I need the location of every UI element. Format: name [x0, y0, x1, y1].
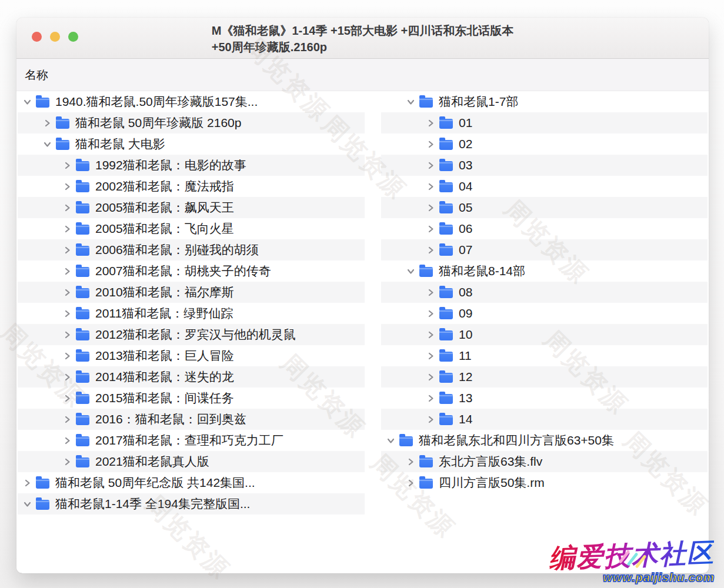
- folder-icon: [439, 182, 453, 192]
- chevron-right-icon[interactable]: [62, 182, 72, 191]
- row-label: 13: [459, 387, 472, 409]
- row-label: 猫和老鼠1-7部: [439, 91, 518, 112]
- chevron-down-icon[interactable]: [42, 139, 52, 149]
- tree-row[interactable]: 2006猫和老鼠：别碰我的胡须: [18, 239, 365, 260]
- chevron-right-icon[interactable]: [62, 203, 72, 212]
- chevron-down-icon[interactable]: [406, 97, 415, 106]
- tree-row[interactable]: 2002猫和老鼠：魔法戒指: [18, 176, 365, 197]
- tree-row[interactable]: 猫和老鼠1-7部: [381, 91, 708, 112]
- chevron-right-icon[interactable]: [62, 288, 72, 297]
- folder-icon: [439, 415, 453, 425]
- chevron-right-icon[interactable]: [426, 203, 435, 212]
- chevron-right-icon[interactable]: [62, 245, 72, 255]
- row-label: 10: [459, 324, 472, 345]
- fullscreen-button[interactable]: [68, 32, 78, 42]
- tree-row[interactable]: 四川方言版50集.rm: [381, 472, 708, 493]
- chevron-down-icon[interactable]: [386, 436, 395, 445]
- chevron-right-icon[interactable]: [22, 478, 32, 487]
- chevron-right-icon[interactable]: [426, 393, 435, 403]
- tree-row[interactable]: 01: [381, 112, 708, 133]
- row-label: 猫和老鼠 50周年纪念版 共142集国...: [55, 472, 255, 493]
- chevron-right-icon[interactable]: [62, 266, 72, 276]
- chevron-right-icon[interactable]: [62, 393, 72, 403]
- folder-icon: [76, 373, 89, 383]
- chevron-right-icon[interactable]: [426, 309, 435, 318]
- chevron-right-icon[interactable]: [426, 161, 435, 170]
- tree-row[interactable]: 2012猫和老鼠：罗宾汉与他的机灵鼠: [18, 324, 365, 345]
- folder-icon: [439, 161, 453, 171]
- chevron-right-icon[interactable]: [62, 309, 72, 318]
- chevron-right-icon[interactable]: [426, 330, 435, 339]
- chevron-right-icon[interactable]: [426, 245, 435, 255]
- tree-row[interactable]: 2017猫和老鼠：查理和巧克力工厂: [18, 430, 365, 451]
- tree-row[interactable]: 猫和老鼠1-14季 全194集完整版国...: [18, 493, 365, 514]
- chevron-right-icon[interactable]: [426, 118, 435, 128]
- chevron-right-icon[interactable]: [426, 224, 435, 233]
- folder-icon: [56, 119, 69, 129]
- tree-row[interactable]: 07: [381, 239, 708, 260]
- chevron-down-icon[interactable]: [406, 266, 415, 276]
- row-label: 2021猫和老鼠真人版: [95, 451, 209, 472]
- chevron-right-icon[interactable]: [426, 182, 435, 191]
- window-titlebar[interactable]: M《猫和老鼠》1-14季 +15部大电影 +四川话和东北话版本 +50周年珍藏版…: [16, 18, 709, 59]
- tree-row[interactable]: 06: [381, 218, 708, 239]
- chevron-right-icon[interactable]: [62, 351, 72, 360]
- folder-icon: [56, 140, 69, 150]
- tree-row[interactable]: 东北方言版63集.flv: [381, 451, 708, 472]
- chevron-down-icon[interactable]: [22, 499, 32, 509]
- row-label: 2005猫和老鼠：飙风天王: [95, 197, 234, 218]
- tree-row[interactable]: 05: [381, 197, 708, 218]
- chevron-right-icon[interactable]: [62, 330, 72, 339]
- tree-row[interactable]: 2005猫和老鼠：飙风天王: [18, 197, 365, 218]
- chevron-right-icon[interactable]: [62, 161, 72, 170]
- chevron-right-icon[interactable]: [62, 415, 72, 424]
- chevron-right-icon[interactable]: [426, 415, 435, 424]
- chevron-down-icon[interactable]: [22, 97, 32, 106]
- tree-row[interactable]: 13: [381, 387, 708, 409]
- folder-icon: [76, 246, 89, 256]
- chevron-right-icon[interactable]: [62, 372, 72, 382]
- tree-row[interactable]: 2007猫和老鼠：胡桃夹子的传奇: [18, 260, 365, 282]
- tree-row[interactable]: 2014猫和老鼠：迷失的龙: [18, 366, 365, 387]
- tree-row[interactable]: 04: [381, 176, 708, 197]
- tree-row[interactable]: 11: [381, 345, 708, 366]
- row-label: 12: [459, 366, 472, 387]
- tree-row[interactable]: 2005猫和老鼠：飞向火星: [18, 218, 365, 239]
- tree-row[interactable]: 2010猫和老鼠：福尔摩斯: [18, 282, 365, 303]
- tree-row[interactable]: 2021猫和老鼠真人版: [18, 451, 365, 472]
- chevron-right-icon[interactable]: [406, 478, 415, 487]
- tree-row[interactable]: 03: [381, 155, 708, 176]
- tree-row[interactable]: 02: [381, 133, 708, 155]
- tree-row[interactable]: 08: [381, 282, 708, 303]
- tree-row[interactable]: 1992猫和老鼠：电影的故事: [18, 155, 365, 176]
- chevron-right-icon[interactable]: [426, 372, 435, 382]
- row-label: 2006猫和老鼠：别碰我的胡须: [95, 239, 259, 260]
- row-label: 04: [459, 176, 472, 197]
- tree-row[interactable]: 2016：猫和老鼠：回到奥兹: [18, 409, 365, 430]
- chevron-right-icon[interactable]: [62, 457, 72, 466]
- chevron-right-icon[interactable]: [62, 224, 72, 233]
- chevron-right-icon[interactable]: [406, 457, 415, 466]
- chevron-right-icon[interactable]: [426, 288, 435, 297]
- chevron-right-icon[interactable]: [426, 351, 435, 360]
- tree-row[interactable]: 10: [381, 324, 708, 345]
- tree-row[interactable]: 猫和老鼠 50周年珍藏版 2160p: [18, 112, 365, 133]
- chevron-right-icon[interactable]: [62, 436, 72, 445]
- tree-row[interactable]: 09: [381, 303, 708, 324]
- chevron-right-icon[interactable]: [42, 118, 52, 128]
- tree-row[interactable]: 2011猫和老鼠：绿野仙踪: [18, 303, 365, 324]
- tree-row[interactable]: 2013猫和老鼠：巨人冒险: [18, 345, 365, 366]
- minimize-button[interactable]: [50, 32, 60, 42]
- tree-row[interactable]: 14: [381, 409, 708, 430]
- column-header[interactable]: 名称: [16, 59, 709, 91]
- tree-row[interactable]: 猫和老鼠 大电影: [18, 133, 365, 155]
- folder-icon: [439, 394, 453, 404]
- tree-row[interactable]: 1940.猫和老鼠.50周年珍藏版157集...: [18, 91, 365, 112]
- tree-row[interactable]: 12: [381, 366, 708, 387]
- tree-row[interactable]: 2015猫和老鼠：间谍任务: [18, 387, 365, 409]
- tree-row[interactable]: 猫和老鼠 50周年纪念版 共142集国...: [18, 472, 365, 493]
- close-button[interactable]: [32, 32, 42, 42]
- chevron-right-icon[interactable]: [426, 139, 435, 149]
- tree-row[interactable]: 猫和老鼠8-14部: [381, 260, 708, 282]
- tree-row[interactable]: 猫和老鼠东北和四川方言版63+50集: [381, 430, 708, 451]
